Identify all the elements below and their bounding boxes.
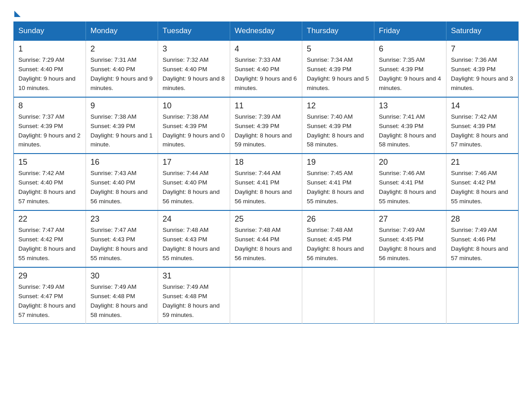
calendar-cell: 5Sunrise: 7:34 AMSunset: 4:39 PMDaylight… bbox=[302, 40, 374, 97]
day-info: Sunrise: 7:44 AMSunset: 4:41 PMDaylight:… bbox=[235, 170, 292, 205]
day-info: Sunrise: 7:46 AMSunset: 4:42 PMDaylight:… bbox=[451, 170, 508, 205]
day-number: 15 bbox=[18, 158, 81, 167]
day-number: 31 bbox=[163, 271, 225, 281]
day-number: 16 bbox=[90, 158, 153, 167]
day-info: Sunrise: 7:43 AMSunset: 4:40 PMDaylight:… bbox=[90, 170, 148, 205]
day-info: Sunrise: 7:49 AMSunset: 4:45 PMDaylight:… bbox=[379, 227, 436, 261]
day-number: 25 bbox=[235, 214, 297, 224]
calendar-cell bbox=[446, 267, 519, 324]
calendar-cell: 24Sunrise: 7:48 AMSunset: 4:43 PMDayligh… bbox=[158, 210, 230, 267]
col-header-tuesday: Tuesday bbox=[158, 22, 230, 41]
day-info: Sunrise: 7:48 AMSunset: 4:43 PMDaylight:… bbox=[163, 227, 220, 261]
calendar-cell: 6Sunrise: 7:35 AMSunset: 4:39 PMDaylight… bbox=[374, 40, 446, 97]
calendar-week-row: 1Sunrise: 7:29 AMSunset: 4:40 PMDaylight… bbox=[14, 40, 519, 97]
day-info: Sunrise: 7:33 AMSunset: 4:40 PMDaylight:… bbox=[235, 56, 297, 91]
day-info: Sunrise: 7:44 AMSunset: 4:40 PMDaylight:… bbox=[163, 170, 220, 205]
day-number: 23 bbox=[90, 214, 153, 224]
col-header-monday: Monday bbox=[86, 22, 158, 41]
calendar-cell bbox=[302, 267, 374, 324]
day-number: 18 bbox=[235, 158, 297, 167]
calendar-table: SundayMondayTuesdayWednesdayThursdayFrid… bbox=[13, 21, 519, 324]
logo-arrow-icon bbox=[14, 11, 21, 17]
day-number: 30 bbox=[90, 271, 153, 281]
day-number: 24 bbox=[163, 214, 225, 224]
day-info: Sunrise: 7:34 AMSunset: 4:39 PMDaylight:… bbox=[307, 56, 369, 91]
calendar-cell: 22Sunrise: 7:47 AMSunset: 4:42 PMDayligh… bbox=[14, 210, 86, 267]
day-info: Sunrise: 7:47 AMSunset: 4:42 PMDaylight:… bbox=[18, 227, 76, 261]
calendar-cell: 2Sunrise: 7:31 AMSunset: 4:40 PMDaylight… bbox=[86, 40, 158, 97]
calendar-header-row: SundayMondayTuesdayWednesdayThursdayFrid… bbox=[14, 22, 519, 41]
day-info: Sunrise: 7:40 AMSunset: 4:39 PMDaylight:… bbox=[307, 113, 364, 148]
day-number: 17 bbox=[163, 158, 225, 167]
day-number: 20 bbox=[379, 158, 442, 167]
day-number: 4 bbox=[235, 44, 297, 54]
col-header-saturday: Saturday bbox=[446, 22, 519, 41]
calendar-cell: 1Sunrise: 7:29 AMSunset: 4:40 PMDaylight… bbox=[14, 40, 86, 97]
day-info: Sunrise: 7:38 AMSunset: 4:39 PMDaylight:… bbox=[163, 113, 225, 148]
day-info: Sunrise: 7:45 AMSunset: 4:41 PMDaylight:… bbox=[307, 170, 364, 205]
day-info: Sunrise: 7:42 AMSunset: 4:39 PMDaylight:… bbox=[451, 113, 508, 148]
calendar-cell: 18Sunrise: 7:44 AMSunset: 4:41 PMDayligh… bbox=[230, 154, 302, 210]
day-number: 7 bbox=[451, 44, 514, 54]
calendar-cell: 28Sunrise: 7:49 AMSunset: 4:46 PMDayligh… bbox=[446, 210, 519, 267]
day-info: Sunrise: 7:49 AMSunset: 4:46 PMDaylight:… bbox=[451, 227, 508, 261]
calendar-cell: 8Sunrise: 7:37 AMSunset: 4:39 PMDaylight… bbox=[14, 97, 86, 154]
calendar-cell: 27Sunrise: 7:49 AMSunset: 4:45 PMDayligh… bbox=[374, 210, 446, 267]
day-info: Sunrise: 7:37 AMSunset: 4:39 PMDaylight:… bbox=[18, 113, 81, 148]
col-header-sunday: Sunday bbox=[14, 22, 86, 41]
day-number: 14 bbox=[451, 101, 514, 111]
col-header-wednesday: Wednesday bbox=[230, 22, 302, 41]
calendar-cell: 4Sunrise: 7:33 AMSunset: 4:40 PMDaylight… bbox=[230, 40, 302, 97]
day-number: 9 bbox=[90, 101, 153, 111]
day-number: 10 bbox=[163, 101, 225, 111]
col-header-thursday: Thursday bbox=[302, 22, 374, 41]
day-number: 3 bbox=[163, 44, 225, 54]
day-number: 19 bbox=[307, 158, 369, 167]
calendar-cell: 7Sunrise: 7:36 AMSunset: 4:39 PMDaylight… bbox=[446, 40, 519, 97]
day-number: 13 bbox=[379, 101, 442, 111]
day-info: Sunrise: 7:46 AMSunset: 4:41 PMDaylight:… bbox=[379, 170, 436, 205]
calendar-cell: 30Sunrise: 7:49 AMSunset: 4:48 PMDayligh… bbox=[86, 267, 158, 324]
day-number: 28 bbox=[451, 214, 514, 224]
calendar-cell: 29Sunrise: 7:49 AMSunset: 4:47 PMDayligh… bbox=[14, 267, 86, 324]
day-number: 29 bbox=[18, 271, 81, 281]
day-info: Sunrise: 7:41 AMSunset: 4:39 PMDaylight:… bbox=[379, 113, 436, 148]
day-info: Sunrise: 7:42 AMSunset: 4:40 PMDaylight:… bbox=[18, 170, 76, 205]
day-number: 6 bbox=[379, 44, 442, 54]
page-header bbox=[13, 9, 519, 17]
calendar-cell: 12Sunrise: 7:40 AMSunset: 4:39 PMDayligh… bbox=[302, 97, 374, 154]
calendar-cell: 15Sunrise: 7:42 AMSunset: 4:40 PMDayligh… bbox=[14, 154, 86, 210]
day-number: 5 bbox=[307, 44, 369, 54]
day-number: 2 bbox=[90, 44, 153, 54]
calendar-week-row: 29Sunrise: 7:49 AMSunset: 4:47 PMDayligh… bbox=[14, 267, 519, 324]
day-number: 26 bbox=[307, 214, 369, 224]
day-number: 27 bbox=[379, 214, 442, 224]
day-number: 1 bbox=[18, 44, 81, 54]
calendar-cell: 13Sunrise: 7:41 AMSunset: 4:39 PMDayligh… bbox=[374, 97, 446, 154]
calendar-cell: 10Sunrise: 7:38 AMSunset: 4:39 PMDayligh… bbox=[158, 97, 230, 154]
day-info: Sunrise: 7:47 AMSunset: 4:43 PMDaylight:… bbox=[90, 227, 148, 261]
calendar-cell: 17Sunrise: 7:44 AMSunset: 4:40 PMDayligh… bbox=[158, 154, 230, 210]
day-info: Sunrise: 7:49 AMSunset: 4:48 PMDaylight:… bbox=[163, 283, 220, 318]
calendar-week-row: 8Sunrise: 7:37 AMSunset: 4:39 PMDaylight… bbox=[14, 97, 519, 154]
day-info: Sunrise: 7:32 AMSunset: 4:40 PMDaylight:… bbox=[163, 56, 225, 91]
calendar-cell: 23Sunrise: 7:47 AMSunset: 4:43 PMDayligh… bbox=[86, 210, 158, 267]
day-info: Sunrise: 7:48 AMSunset: 4:45 PMDaylight:… bbox=[307, 227, 364, 261]
calendar-cell: 11Sunrise: 7:39 AMSunset: 4:39 PMDayligh… bbox=[230, 97, 302, 154]
day-info: Sunrise: 7:49 AMSunset: 4:47 PMDaylight:… bbox=[18, 283, 76, 318]
calendar-cell: 31Sunrise: 7:49 AMSunset: 4:48 PMDayligh… bbox=[158, 267, 230, 324]
calendar-week-row: 15Sunrise: 7:42 AMSunset: 4:40 PMDayligh… bbox=[14, 154, 519, 210]
day-number: 11 bbox=[235, 101, 297, 111]
calendar-cell: 26Sunrise: 7:48 AMSunset: 4:45 PMDayligh… bbox=[302, 210, 374, 267]
col-header-friday: Friday bbox=[374, 22, 446, 41]
calendar-cell bbox=[230, 267, 302, 324]
day-number: 21 bbox=[451, 158, 514, 167]
day-number: 22 bbox=[18, 214, 81, 224]
calendar-cell: 19Sunrise: 7:45 AMSunset: 4:41 PMDayligh… bbox=[302, 154, 374, 210]
calendar-cell: 14Sunrise: 7:42 AMSunset: 4:39 PMDayligh… bbox=[446, 97, 519, 154]
calendar-cell bbox=[374, 267, 446, 324]
day-info: Sunrise: 7:36 AMSunset: 4:39 PMDaylight:… bbox=[451, 56, 513, 91]
logo bbox=[13, 9, 21, 17]
calendar-week-row: 22Sunrise: 7:47 AMSunset: 4:42 PMDayligh… bbox=[14, 210, 519, 267]
calendar-cell: 21Sunrise: 7:46 AMSunset: 4:42 PMDayligh… bbox=[446, 154, 519, 210]
